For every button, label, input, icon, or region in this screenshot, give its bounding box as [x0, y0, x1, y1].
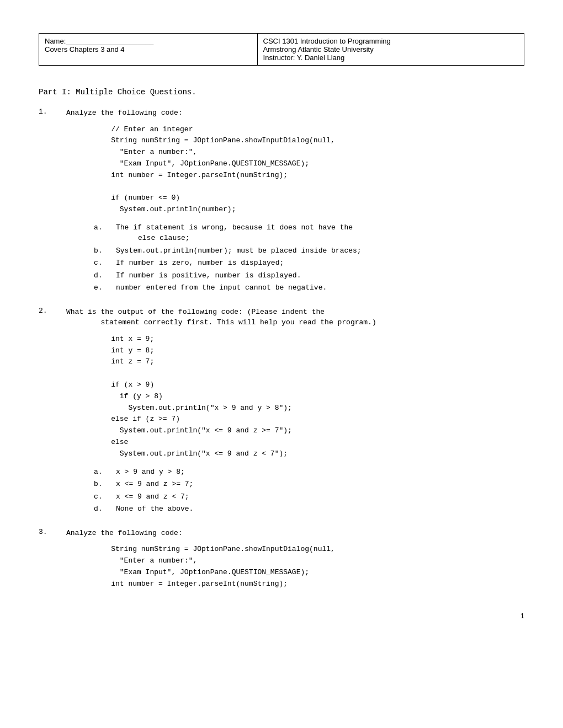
option-letter: d.	[94, 504, 116, 515]
option-text: If number is positive, number is display…	[116, 270, 524, 281]
university-name: Armstrong Atlantic State University	[263, 45, 518, 53]
header-left: Name:______________________ Covers Chapt…	[39, 34, 258, 66]
question-3-code: String numString = JOptionPane.showInput…	[94, 544, 524, 590]
question-1-options: a.The if statement is wrong, because it …	[94, 222, 524, 293]
question-3: 3.Analyze the following code: String num…	[39, 528, 524, 590]
option-text: None of the above.	[116, 504, 524, 515]
instructor-name: Instructor: Y. Daniel Liang	[263, 53, 518, 62]
question-2: 2.What is the output of the following co…	[39, 307, 524, 515]
question-1-option-a: a.The if statement is wrong, because it …	[94, 222, 524, 244]
option-letter: c.	[94, 258, 116, 269]
header-right: CSCI 1301 Introduction to Programming Ar…	[257, 34, 524, 66]
question-1-code: // Enter an integer String numString = J…	[94, 124, 524, 216]
question-1-option-b: b.System.out.println(number); must be pl…	[94, 245, 524, 256]
question-1: 1.Analyze the following code: // Enter a…	[39, 108, 524, 293]
part-title: Part I: Multiple Choice Questions.	[39, 88, 524, 97]
name-line: Name:______________________	[45, 37, 252, 45]
option-letter: d.	[94, 270, 116, 281]
question-3-text: Analyze the following code:	[66, 528, 524, 539]
option-letter: a.	[94, 467, 116, 478]
question-2-text: What is the output of the following code…	[66, 307, 524, 328]
question-2-option-a: a.x > 9 and y > 8;	[94, 467, 524, 478]
option-letter: b.	[94, 245, 116, 256]
course-title: CSCI 1301 Introduction to Programming	[263, 37, 518, 45]
question-1-text: Analyze the following code:	[66, 108, 524, 119]
question-2-code: int x = 9; int y = 8; int z = 7; if (x >…	[94, 334, 524, 460]
option-text: System.out.println(number); must be plac…	[116, 245, 524, 256]
question-2-header: 2.What is the output of the following co…	[39, 307, 524, 328]
question-2-option-c: c.x <= 9 and z < 7;	[94, 491, 524, 502]
question-1-header: 1.Analyze the following code:	[39, 108, 524, 119]
option-letter: e.	[94, 282, 116, 293]
question-2-options: a.x > 9 and y > 8;b.x <= 9 and z >= 7;c.…	[94, 467, 524, 515]
option-continuation: else clause;	[138, 233, 524, 244]
option-text: If number is zero, number is displayed;	[116, 258, 524, 269]
question-3-number: 3.	[39, 528, 66, 536]
option-letter: c.	[94, 491, 116, 502]
option-letter: a.	[94, 222, 116, 244]
option-text: x <= 9 and z < 7;	[116, 491, 524, 502]
question-1-number: 1.	[39, 108, 66, 116]
option-text: x > 9 and y > 8;	[116, 467, 524, 478]
question-2-option-d: d.None of the above.	[94, 504, 524, 515]
header-table: Name:______________________ Covers Chapt…	[39, 33, 524, 66]
covers-line: Covers Chapters 3 and 4	[45, 45, 252, 53]
option-text: number entered from the input cannot be …	[116, 282, 524, 293]
question-2-number: 2.	[39, 307, 66, 315]
option-text: The if statement is wrong, because it do…	[116, 222, 524, 244]
question-2-option-b: b.x <= 9 and z >= 7;	[94, 479, 524, 490]
page-number: 1	[39, 612, 524, 620]
question-1-option-c: c.If number is zero, number is displayed…	[94, 258, 524, 269]
question-3-header: 3.Analyze the following code:	[39, 528, 524, 539]
option-letter: b.	[94, 479, 116, 490]
option-text: x <= 9 and z >= 7;	[116, 479, 524, 490]
question-1-option-e: e.number entered from the input cannot b…	[94, 282, 524, 293]
question-1-option-d: d.If number is positive, number is displ…	[94, 270, 524, 281]
questions-container: 1.Analyze the following code: // Enter a…	[39, 108, 524, 590]
